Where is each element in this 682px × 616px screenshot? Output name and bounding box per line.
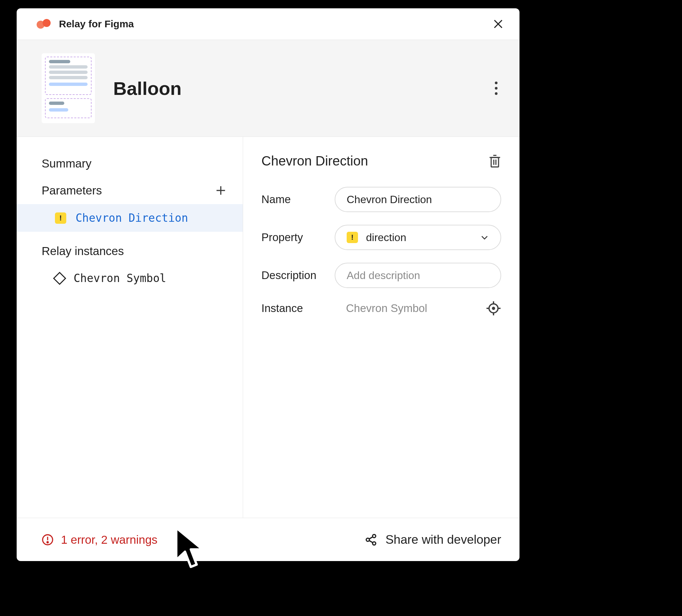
- detail-pane: Chevron Direction Name Chevron Direction…: [243, 137, 520, 518]
- field-description-label: Description: [262, 269, 335, 282]
- more-menu-button[interactable]: [490, 82, 503, 95]
- errors-warnings-text: 1 error, 2 warnings: [61, 533, 158, 546]
- svg-line-24: [369, 541, 373, 542]
- errors-warnings-button[interactable]: 1 error, 2 warnings: [42, 533, 158, 546]
- svg-point-19: [47, 542, 48, 543]
- plus-icon: [215, 185, 226, 196]
- component-name: Balloon: [113, 77, 490, 99]
- field-name: Name Chevron Direction: [262, 187, 501, 212]
- svg-point-12: [493, 307, 495, 309]
- warning-icon: !: [347, 232, 358, 243]
- sidebar-instance-item[interactable]: Chevron Symbol: [17, 265, 243, 292]
- sidebar-parameters-header: Parameters: [17, 177, 243, 204]
- share-button[interactable]: Share with developer: [365, 533, 501, 547]
- app-title: Relay for Figma: [59, 18, 490, 30]
- locate-instance-button[interactable]: [486, 301, 501, 316]
- sidebar-parameters-label: Parameters: [42, 184, 102, 197]
- error-icon: [42, 534, 53, 546]
- close-button[interactable]: [490, 16, 506, 32]
- field-instance: Instance Chevron Symbol: [262, 301, 501, 316]
- sidebar-instances-label: Relay instances: [17, 238, 243, 265]
- delete-button[interactable]: [488, 154, 501, 168]
- svg-point-20: [366, 538, 370, 542]
- field-property: Property ! direction: [262, 225, 501, 250]
- panel-body: Summary Parameters ! Chevron Direction R…: [17, 137, 520, 518]
- field-name-label: Name: [262, 193, 335, 206]
- description-placeholder: Add description: [347, 269, 420, 282]
- name-input-value: Chevron Direction: [347, 193, 432, 206]
- component-header: Balloon: [17, 40, 520, 137]
- relay-logo-icon: [37, 19, 52, 29]
- detail-title: Chevron Direction: [262, 154, 488, 168]
- sidebar-parameter-item[interactable]: ! Chevron Direction: [17, 204, 243, 232]
- description-input[interactable]: Add description: [335, 263, 501, 288]
- svg-point-22: [373, 542, 376, 545]
- sidebar: Summary Parameters ! Chevron Direction R…: [17, 137, 243, 518]
- chevron-down-icon: [480, 233, 489, 242]
- close-icon: [493, 18, 504, 30]
- field-property-label: Property: [262, 231, 335, 244]
- property-select-value: direction: [366, 231, 406, 244]
- instance-icon: [53, 272, 66, 285]
- svg-point-1: [43, 19, 51, 27]
- property-select[interactable]: ! direction: [335, 225, 501, 250]
- share-label: Share with developer: [385, 533, 501, 547]
- add-parameter-button[interactable]: [214, 183, 228, 198]
- field-instance-label: Instance: [262, 302, 335, 315]
- sidebar-instance-label: Chevron Symbol: [74, 272, 166, 285]
- share-icon: [365, 533, 377, 546]
- instance-value: Chevron Symbol: [335, 302, 486, 315]
- warning-icon: !: [55, 212, 66, 224]
- field-description: Description Add description: [262, 263, 501, 288]
- relay-panel: Relay for Figma Balloon: [17, 8, 520, 561]
- svg-line-23: [369, 537, 373, 539]
- sidebar-parameter-label: Chevron Direction: [75, 211, 188, 224]
- footer: 1 error, 2 warnings Share with developer: [17, 518, 520, 561]
- titlebar: Relay for Figma: [17, 8, 520, 40]
- sidebar-summary[interactable]: Summary: [17, 150, 243, 177]
- svg-rect-6: [491, 157, 499, 167]
- svg-point-21: [373, 534, 376, 538]
- component-thumbnail: [42, 53, 95, 123]
- name-input[interactable]: Chevron Direction: [335, 187, 501, 212]
